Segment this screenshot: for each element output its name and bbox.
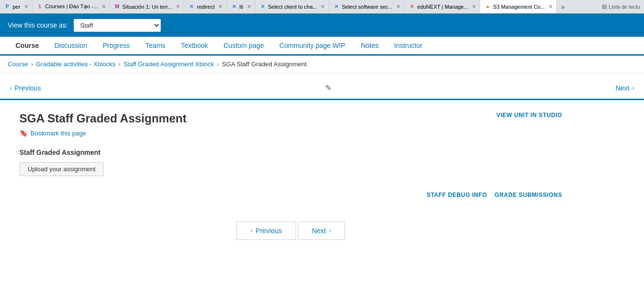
close-tab-per[interactable]: ✕ xyxy=(22,4,28,9)
previous-button-top[interactable]: ‹ Previous xyxy=(0,77,50,99)
close-tab-lti[interactable]: ✕ xyxy=(245,4,251,9)
tab-favicon-edunext: ✕ xyxy=(408,3,415,10)
tab-label-select-software: Select software sec... xyxy=(342,4,393,10)
tab-select-client[interactable]: ✕ Select client to cha... ✕ xyxy=(255,0,330,13)
tab-progress[interactable]: Progress xyxy=(95,37,138,56)
breadcrumb: Course › Gradable activities - Xblocks ›… xyxy=(0,56,644,73)
more-tabs-button[interactable]: » xyxy=(557,3,568,11)
view-course-select[interactable]: Staff Student Audit xyxy=(74,19,161,32)
previous-label-top: Previous xyxy=(15,84,41,92)
content-title-section: SGA Staff Graded Assignment 🔖 Bookmark t… xyxy=(19,112,187,137)
bookmark-label: Bookmark this page xyxy=(31,130,86,137)
tab-label-situacion: Situación 1: Un terr... xyxy=(123,4,173,10)
view-course-bar: View this course as: Staff Student Audit xyxy=(0,14,644,37)
close-tab-situacion[interactable]: ✕ xyxy=(174,4,180,9)
tab-select-software[interactable]: ✕ Select software sec... ✕ xyxy=(329,0,405,13)
content-nav-bar: ‹ Previous ✎ Next › xyxy=(0,77,644,100)
breadcrumb-staff-graded-xblock[interactable]: Staff Graded Assignment Xblock xyxy=(124,60,214,68)
breadcrumb-sep-1: › xyxy=(31,60,33,68)
upload-assignment-button[interactable]: Upload your assignment xyxy=(19,162,104,176)
previous-button-bottom[interactable]: ‹ Previous xyxy=(236,222,296,240)
view-unit-in-studio-link[interactable]: VIEW UNIT IN STUDIO xyxy=(497,112,563,119)
bookmark-link[interactable]: 🔖 Bookmark this page xyxy=(19,129,187,137)
reading-list-label: Lista de lectu xyxy=(609,4,640,10)
assignment-section: Staff Graded Assignment Upload your assi… xyxy=(19,149,562,176)
tab-community-page-wip[interactable]: Community page WIP xyxy=(272,37,353,56)
tab-favicon-select-client: ✕ xyxy=(259,3,266,10)
breadcrumb-sep-3: › xyxy=(217,60,219,68)
breadcrumb-current: SGA Staff Graded Assignment xyxy=(222,60,307,68)
next-label-top: Next xyxy=(615,84,629,92)
tab-course[interactable]: Course xyxy=(8,37,47,56)
tab-favicon-per: P xyxy=(4,3,11,10)
content-area: SGA Staff Graded Assignment 🔖 Bookmark t… xyxy=(0,100,581,271)
next-label-bottom: Next xyxy=(312,227,326,235)
tab-label-per: per xyxy=(13,4,20,10)
tab-label-edunext: eduNEXT | Manage... xyxy=(417,4,468,10)
close-tab-select-client[interactable]: ✕ xyxy=(319,4,325,9)
chevron-right-icon: › xyxy=(632,85,634,91)
nav-tabs: Course Discussion Progress Teams Textboo… xyxy=(0,37,644,56)
tab-label-select-client: Select client to cha... xyxy=(268,4,317,10)
tab-notes[interactable]: Notes xyxy=(353,37,387,56)
chevron-left-icon: ‹ xyxy=(10,85,12,91)
grade-submissions-link[interactable]: GRADE SUBMISSIONS xyxy=(495,192,562,198)
breadcrumb-gradable-activities[interactable]: Gradable activities - Xblocks xyxy=(36,60,115,68)
tab-textbook[interactable]: Textbook xyxy=(173,37,216,56)
tab-label-courses: Courses | Đào Tạo -... xyxy=(45,3,98,10)
close-tab-redirect[interactable]: ✕ xyxy=(217,4,222,9)
tab-per[interactable]: P per ✕ xyxy=(0,0,32,13)
previous-label-bottom: Previous xyxy=(255,227,282,235)
tab-discussion[interactable]: Discussion xyxy=(47,37,95,56)
bookmark-icon: 🔖 xyxy=(19,129,28,137)
edit-icon[interactable]: ✎ xyxy=(325,83,331,92)
tab-favicon-situacion: W xyxy=(114,3,121,10)
tab-label-redirect: redirect xyxy=(197,4,215,10)
view-course-label: View this course as: xyxy=(8,21,68,29)
next-button-bottom[interactable]: Next › xyxy=(298,222,345,240)
staff-debug-info-link[interactable]: STAFF DEBUG INFO xyxy=(426,192,487,198)
browser-tab-bar: P per ✕ 1 Courses | Đào Tạo -... ✕ W Sit… xyxy=(0,0,644,14)
tab-courses[interactable]: 1 Courses | Đào Tạo -... ✕ xyxy=(32,0,110,13)
nav-center: ✎ xyxy=(50,83,606,92)
close-tab-edunext[interactable]: ✕ xyxy=(470,4,476,9)
page-title: SGA Staff Graded Assignment xyxy=(19,112,187,125)
tab-favicon-lti: ✕ xyxy=(231,3,237,10)
tab-favicon-redirect: ✕ xyxy=(188,3,195,10)
tab-label-s3: S3 Management Co... xyxy=(493,4,545,10)
assignment-section-title: Staff Graded Assignment xyxy=(19,149,562,156)
breadcrumb-sep-2: › xyxy=(118,60,120,68)
tab-lti[interactable]: ✕ lti ✕ xyxy=(227,0,255,13)
tab-label-lti: lti xyxy=(239,4,243,10)
tab-instructor[interactable]: Instructor xyxy=(386,37,430,56)
next-button-top[interactable]: Next › xyxy=(606,77,644,99)
debug-links-section: STAFF DEBUG INFO GRADE SUBMISSIONS xyxy=(19,192,562,210)
tab-teams[interactable]: Teams xyxy=(138,37,173,56)
chevron-left-bottom-icon: ‹ xyxy=(251,227,252,234)
reading-list-button[interactable]: ▤ Lista de lectu xyxy=(598,3,644,10)
tab-redirect[interactable]: ✕ redirect ✕ xyxy=(184,0,227,13)
breadcrumb-course[interactable]: Course xyxy=(8,60,28,68)
tab-favicon-select-software: ✕ xyxy=(333,3,340,10)
close-tab-select-software[interactable]: ✕ xyxy=(394,4,400,9)
chevron-right-bottom-icon: › xyxy=(329,227,331,234)
tab-favicon-s3: ● xyxy=(484,3,491,10)
tab-custom-page[interactable]: Custom page xyxy=(216,37,271,56)
tab-situacion[interactable]: W Situación 1: Un terr... ✕ xyxy=(110,0,185,13)
tab-s3[interactable]: ● S3 Management Co... ✕ xyxy=(480,0,557,13)
tab-favicon-courses: 1 xyxy=(36,3,43,10)
close-tab-s3[interactable]: ✕ xyxy=(547,4,552,9)
content-header: SGA Staff Graded Assignment 🔖 Bookmark t… xyxy=(19,112,562,137)
close-tab-courses[interactable]: ✕ xyxy=(100,4,106,9)
tab-edunext[interactable]: ✕ eduNEXT | Manage... ✕ xyxy=(405,0,480,13)
bottom-nav: ‹ Previous Next › xyxy=(19,210,562,259)
reading-list-icon: ▤ xyxy=(602,3,607,10)
